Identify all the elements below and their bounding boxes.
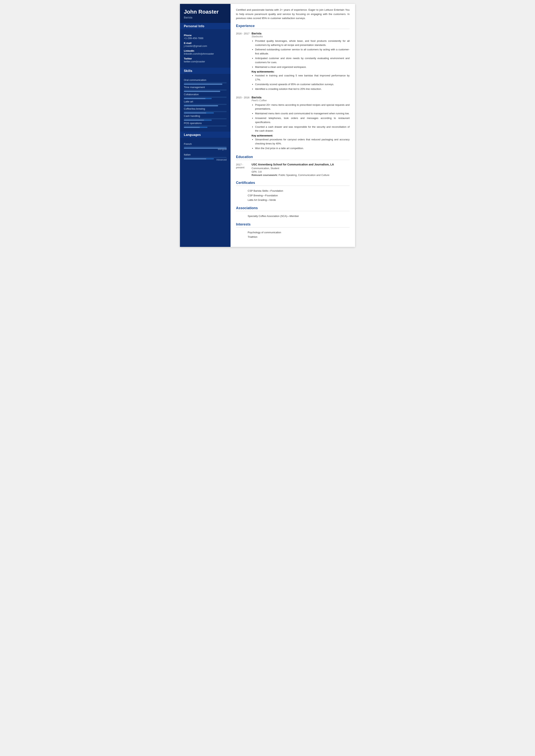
skill-item: Collaboration xyxy=(184,93,227,98)
skills-section-title: Skills xyxy=(180,68,231,74)
twitter-item: Twitter twitter.com/jroaster xyxy=(184,57,227,63)
exp-job-title: Barista xyxy=(252,32,350,35)
exp-company: Starbucks xyxy=(252,35,350,38)
main-content: Certified and passionate barista with 2+… xyxy=(231,4,355,247)
phone-item: Phone +1-299-456-7888 xyxy=(184,34,227,40)
achievement-item: Assisted in training and coaching 5 new … xyxy=(255,74,350,82)
languages-section: French Bilingual Italian Advanced xyxy=(180,140,231,167)
key-achievements-label: Key achievements: xyxy=(252,70,350,73)
email-item: E-mail j.roaster@gmail.com xyxy=(184,41,227,47)
skill-name: Latte art xyxy=(184,100,227,103)
linkedin-label: LinkedIn xyxy=(184,49,227,52)
phone-label: Phone xyxy=(184,34,227,37)
skill-bar-bg xyxy=(184,96,227,98)
experience-row: 2016 - 2017 Barista Starbucks Provided q… xyxy=(236,32,350,92)
skill-bar-bg xyxy=(184,82,227,83)
bullet-item: Anticipated customer and store needs by … xyxy=(255,56,350,65)
skill-bar-bg xyxy=(184,104,227,105)
skill-bar-fill xyxy=(184,84,222,85)
skill-bar-fill xyxy=(184,112,214,114)
twitter-value: twitter.com/jroaster xyxy=(184,60,227,63)
skill-name: Oral communication xyxy=(184,79,227,81)
edu-date: 2017 - present xyxy=(236,163,252,177)
associations-section: Associations Specialty Coffee Associatio… xyxy=(236,206,350,218)
association-item: Specialty Coffee Association (SCA)—Membe… xyxy=(248,214,350,218)
education-section: Education 2017 - present USC Annenberg S… xyxy=(236,155,350,177)
skill-bar-fill xyxy=(184,91,220,92)
exp-content: Barista Starbucks Provided quality bever… xyxy=(252,32,350,92)
edu-school: USC Annenberg School for Communication a… xyxy=(252,163,350,167)
email-label: E-mail xyxy=(184,41,227,44)
languages-section-title: Languages xyxy=(180,132,231,138)
edu-coursework: Relevant coursework: Public Speaking, Co… xyxy=(252,173,350,177)
resume-container: John Roaster Barista Personal Info Phone… xyxy=(180,4,355,247)
exp-company: Peet's Coffee xyxy=(252,99,350,102)
skill-bar-bg xyxy=(184,118,227,119)
experience-title: Experience xyxy=(236,24,350,29)
education-list: 2017 - present USC Annenberg School for … xyxy=(236,163,350,177)
phone-value: +1-299-456-7888 xyxy=(184,37,227,40)
language-item: Italian Advanced xyxy=(184,153,227,161)
skill-bar-bg xyxy=(184,90,227,91)
interests-section: Interests Psychology of communicationTri… xyxy=(236,222,350,239)
person-name: John Roaster xyxy=(184,9,227,15)
achievement-item: Consistently scored upwards of 95% on cu… xyxy=(255,82,350,87)
language-bar-fill xyxy=(184,148,227,149)
skill-item: Cash handling xyxy=(184,115,227,119)
language-bar-accent xyxy=(206,158,214,159)
personal-info-section: Phone +1-299-456-7888 E-mail j.roaster@g… xyxy=(180,31,231,68)
summary-text: Certified and passionate barista with 2+… xyxy=(236,8,350,20)
bullet-item: Prepared 20+ menu items according to pre… xyxy=(255,103,350,111)
exp-date: 2016 - 2017 xyxy=(236,32,252,92)
linkedin-item: LinkedIn linkedin.com/in/johnroaster xyxy=(184,49,227,55)
sidebar: John Roaster Barista Personal Info Phone… xyxy=(180,4,231,247)
skill-bar-accent xyxy=(205,98,212,99)
bullet-item: Answered telephones, took orders and mes… xyxy=(255,116,350,124)
exp-bullets: Provided quality beverages, whole bean, … xyxy=(255,39,350,69)
skill-bar-fill xyxy=(184,105,218,106)
skill-bar-fill xyxy=(184,127,208,128)
skill-bar-bg xyxy=(184,111,227,112)
skill-bar-accent xyxy=(204,120,212,121)
interest-item: Psychology of communication xyxy=(248,230,350,235)
exp-bullets: Prepared 20+ menu items according to pre… xyxy=(255,103,350,133)
skill-bar-bg xyxy=(184,125,227,126)
achievement-item: Won the 2nd prize in a latte art competi… xyxy=(255,147,350,150)
personal-info-section-title: Personal Info xyxy=(180,23,231,29)
language-name: Italian xyxy=(184,153,227,156)
skill-name: POS operations xyxy=(184,122,227,124)
edu-content: USC Annenberg School for Communication a… xyxy=(252,163,350,177)
skill-bar-fill xyxy=(184,98,212,99)
certificates-title: Certificates xyxy=(236,181,350,186)
certificates-section: Certificates CSP Barista Skills—Foundati… xyxy=(236,181,350,202)
sidebar-header: John Roaster Barista xyxy=(180,4,231,23)
experience-list: 2016 - 2017 Barista Starbucks Provided q… xyxy=(236,32,350,151)
exp-job-title: Barista xyxy=(252,95,350,99)
linkedin-value: linkedin.com/in/johnroaster xyxy=(184,52,227,55)
skill-name: Cash handling xyxy=(184,115,227,118)
bullet-item: Provided quality beverages, whole bean, … xyxy=(255,39,350,47)
bullet-item: Counted a cash drawer and was responsibl… xyxy=(255,125,350,133)
experience-row: 2015 - 2016 Barista Peet's Coffee Prepar… xyxy=(236,95,350,151)
skill-name: Coffee/tea brewing xyxy=(184,107,227,110)
achievement-item: Streamlined procedures for carryout orde… xyxy=(255,138,350,146)
language-bar-fill xyxy=(184,158,214,159)
education-row: 2017 - present USC Annenberg School for … xyxy=(236,163,350,177)
skill-item: Latte art xyxy=(184,100,227,105)
skill-item: Coffee/tea brewing xyxy=(184,107,227,112)
language-name: French xyxy=(184,143,227,146)
achievements-bullets: Assisted in training and coaching 5 new … xyxy=(255,74,350,91)
skill-item: POS operations xyxy=(184,122,227,126)
language-bar-bg xyxy=(184,146,227,148)
exp-date: 2015 - 2016 xyxy=(236,95,252,151)
certificate-item: CSP Barista Skills—Foundation xyxy=(248,189,350,193)
edu-field: Communication, Student xyxy=(252,166,350,170)
certificate-item: Latte Art Grading—Verde xyxy=(248,198,350,202)
language-item: French Bilingual xyxy=(184,143,227,150)
email-value: j.roaster@gmail.com xyxy=(184,44,227,47)
achievements-bullets: Streamlined procedures for carryout orde… xyxy=(255,138,350,150)
skill-item: Time management xyxy=(184,86,227,91)
person-title: Barista xyxy=(184,16,227,19)
skill-name: Time management xyxy=(184,86,227,89)
skill-bar-fill xyxy=(184,120,212,121)
